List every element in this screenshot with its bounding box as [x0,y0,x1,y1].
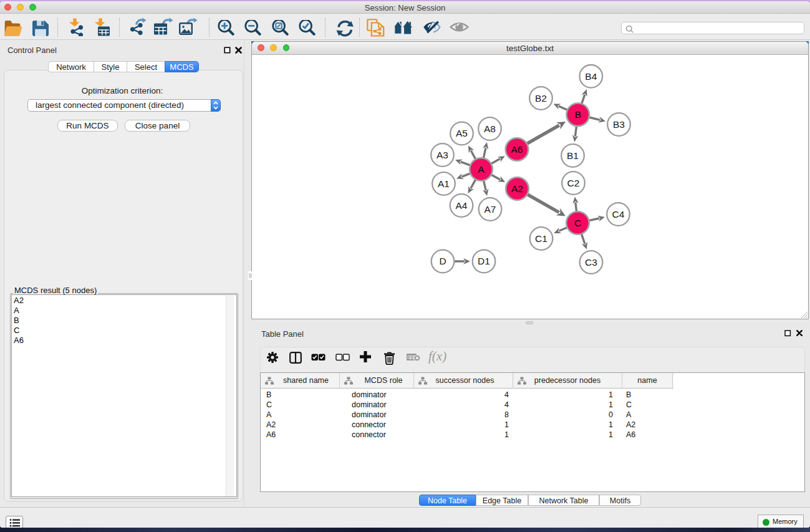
svg-text:A6: A6 [511,144,523,155]
svg-text:B: B [575,109,581,120]
svg-text:A2: A2 [511,183,523,194]
svg-text:A4: A4 [456,200,468,211]
svg-text:A1: A1 [438,178,450,189]
svg-text:A3: A3 [436,150,448,160]
svg-text:B1: B1 [567,150,579,161]
svg-text:C2: C2 [567,178,580,188]
svg-text:B4: B4 [585,71,597,82]
svg-text:C3: C3 [585,257,597,268]
svg-text:C1: C1 [535,233,547,244]
svg-text:B2: B2 [535,93,547,104]
svg-text:C: C [574,218,581,228]
svg-text:A5: A5 [456,128,468,138]
svg-text:B3: B3 [613,119,625,130]
svg-text:A7: A7 [485,204,496,215]
svg-text:C4: C4 [612,209,625,220]
svg-text:D: D [439,256,446,266]
svg-text:A8: A8 [484,123,496,134]
svg-text:A: A [478,164,485,175]
svg-text:D1: D1 [478,256,490,266]
